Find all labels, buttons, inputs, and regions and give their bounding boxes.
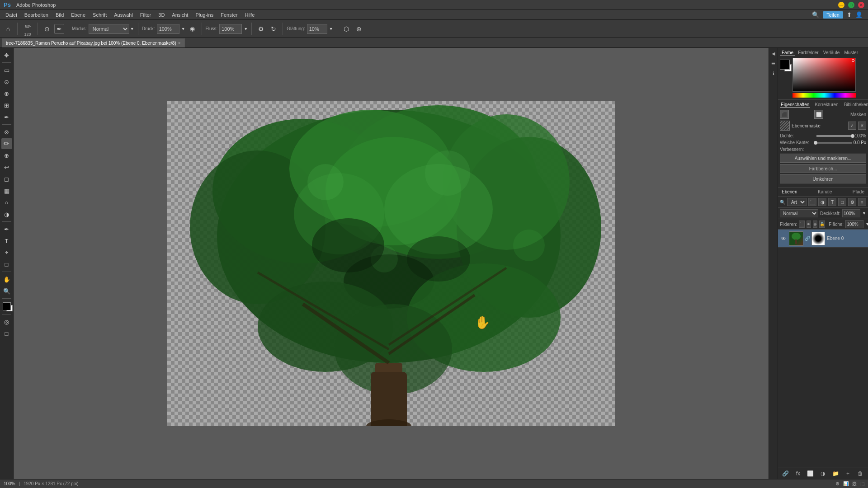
props-tab-korrekturen[interactable]: Korrekturen: [814, 102, 839, 108]
fluss-input[interactable]: [219, 24, 242, 34]
pen-tool[interactable]: ✒: [1, 224, 12, 235]
settings-icon[interactable]: ⚙: [255, 23, 266, 34]
layer-delete-btn[interactable]: 🗑: [856, 469, 864, 478]
menu-bild[interactable]: Bild: [52, 11, 67, 19]
blur-tool[interactable]: ○: [1, 197, 12, 208]
color-tab-muster[interactable]: Muster: [842, 50, 860, 56]
menu-hilfe[interactable]: Hilfe: [241, 11, 258, 19]
layer-item-0[interactable]: 👁 🔗 Ebene 0: [778, 230, 868, 248]
druck-input[interactable]: [157, 24, 179, 34]
props-tab-bibliotheken[interactable]: Bibliotheken: [843, 102, 868, 108]
fg-color-swatch[interactable]: [780, 60, 790, 70]
info-icon[interactable]: ℹ: [770, 70, 777, 77]
menu-schrift[interactable]: Schrift: [89, 11, 110, 19]
layer-mask-btn[interactable]: ⬜: [807, 469, 815, 478]
foreground-color[interactable]: [3, 302, 11, 310]
lock-pixel-btn[interactable]: ⬛: [799, 221, 805, 228]
status-icon-2[interactable]: 📊: [843, 481, 849, 486]
blend-mode-select[interactable]: Normal: [780, 209, 818, 217]
tool-preset-icon[interactable]: ✒: [54, 24, 64, 34]
teilen-button[interactable]: Teilen: [823, 11, 843, 19]
auswahlen-button[interactable]: Auswählen und maskieren...: [780, 154, 866, 163]
zoom-tool[interactable]: 🔍: [1, 286, 12, 296]
extra-icon[interactable]: ⊕: [354, 23, 364, 34]
umkehren-button[interactable]: Umkehren: [780, 174, 866, 183]
lock-position-btn[interactable]: ✒: [807, 221, 811, 228]
color-picker[interactable]: [793, 58, 856, 92]
menu-fenster[interactable]: Fenster: [217, 11, 241, 19]
weiche-kante-slider-handle[interactable]: [814, 141, 817, 145]
ebenenmaske-apply-btn[interactable]: ✓: [848, 122, 856, 130]
pixel-mask-icon[interactable]: ⬛: [780, 110, 789, 119]
minimize-button[interactable]: —: [838, 2, 844, 8]
layer-shape-filter[interactable]: □: [838, 198, 846, 206]
layers-filter-select[interactable]: Art: [787, 198, 807, 206]
glattung-input[interactable]: [307, 24, 327, 34]
shape-tool[interactable]: □: [1, 259, 12, 270]
status-icon-3[interactable]: 🖼: [852, 481, 857, 486]
eraser-tool[interactable]: ◻: [1, 174, 12, 184]
pressure-icon[interactable]: ◉: [187, 23, 198, 34]
stamp-tool[interactable]: ⊕: [1, 150, 12, 161]
lasso-tool[interactable]: ⊙: [1, 76, 12, 87]
deckkraft-input[interactable]: [842, 209, 860, 217]
history-brush-tool[interactable]: ↩: [1, 162, 12, 173]
menu-3d[interactable]: 3D: [155, 11, 168, 19]
hand-tool[interactable]: ✋: [1, 274, 12, 285]
status-icon-4[interactable]: ⬚: [860, 481, 864, 486]
dichte-slider[interactable]: [816, 135, 853, 137]
lock-all-btn[interactable]: 🔒: [819, 221, 825, 228]
vector-mask-icon[interactable]: ⬜: [814, 110, 823, 119]
menu-auswahl[interactable]: Auswahl: [110, 11, 137, 19]
layer-fx-btn[interactable]: fx: [794, 469, 802, 478]
menu-filter[interactable]: Filter: [137, 11, 155, 19]
layer-link-btn[interactable]: 🔗: [782, 469, 790, 478]
move-tool[interactable]: ✥: [1, 50, 12, 61]
dichte-slider-handle[interactable]: [851, 134, 854, 138]
dodge-tool[interactable]: ◑: [1, 209, 12, 220]
history-icon[interactable]: ☰: [770, 60, 777, 67]
menu-bearbeiten[interactable]: Bearbeiten: [21, 11, 52, 19]
layers-tab-pfade[interactable]: Pfade: [851, 189, 866, 195]
color-tab-farbfelder[interactable]: Farbfelder: [796, 50, 821, 56]
menu-plugins[interactable]: Plug-ins: [192, 11, 217, 19]
weiche-kante-slider[interactable]: [816, 142, 852, 144]
layers-tab-kanale[interactable]: Kanäle: [816, 189, 834, 195]
user-icon[interactable]: 👤: [855, 11, 863, 18]
layer-adjust-filter[interactable]: ◑: [818, 198, 826, 206]
text-tool[interactable]: T: [1, 235, 12, 246]
layer-visibility-toggle[interactable]: 👁: [780, 235, 787, 242]
rotate-icon[interactable]: ↻: [268, 23, 279, 34]
brush-tool-icon[interactable]: ✏: [22, 21, 33, 32]
eyedropper-tool[interactable]: ✒: [1, 112, 12, 122]
crop-tool[interactable]: ⊞: [1, 100, 12, 111]
rectangular-marquee-tool[interactable]: ▭: [1, 65, 12, 75]
brush-options-icon[interactable]: ⊙: [42, 23, 52, 34]
screen-mode-tool[interactable]: □: [1, 328, 12, 339]
panel-toggle-icon[interactable]: ◀: [770, 50, 777, 57]
layer-smart-filter[interactable]: ⚙: [848, 198, 856, 206]
ebenenmaske-delete-btn[interactable]: ✕: [858, 122, 866, 130]
close-button[interactable]: ✕: [858, 2, 864, 8]
menu-datei[interactable]: Datei: [2, 11, 21, 19]
farbbereich-button[interactable]: Farbbereich...: [780, 164, 866, 173]
layer-kind-filter[interactable]: ⬛: [808, 198, 816, 206]
color-tab-verlaufe[interactable]: Verläufe: [821, 50, 842, 56]
layer-adjust-btn[interactable]: ◑: [819, 469, 827, 478]
hue-slider[interactable]: [793, 93, 856, 98]
lock-artboard-btn[interactable]: ⊕: [813, 221, 817, 228]
document-tab[interactable]: tree-7186835_Ramon Perucho auf Pixabay.j…: [2, 38, 185, 47]
layer-group-btn[interactable]: 📁: [831, 469, 840, 478]
mode-select[interactable]: Normal: [89, 24, 129, 34]
quick-mask-tool[interactable]: ◎: [1, 316, 12, 327]
path-tool[interactable]: ⌖: [1, 247, 12, 258]
menu-ansicht[interactable]: Ansicht: [168, 11, 192, 19]
share-icon[interactable]: ⬆: [847, 11, 852, 18]
layer-new-btn[interactable]: +: [844, 469, 852, 478]
status-icon-1[interactable]: ⚙: [835, 481, 840, 486]
spot-healing-tool[interactable]: ⊗: [1, 127, 12, 137]
flaeche-input[interactable]: [845, 220, 863, 228]
home-tool[interactable]: ⌂: [3, 23, 14, 34]
props-tab-eigenschaften[interactable]: Eigenschaften: [780, 102, 810, 108]
layer-text-filter[interactable]: T: [828, 198, 836, 206]
